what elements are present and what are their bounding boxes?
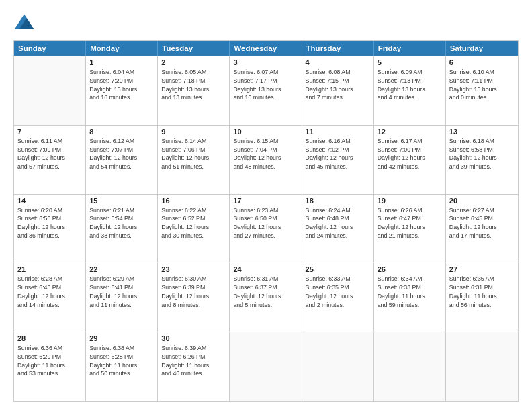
sunrise-text: Sunrise: 6:07 AM (233, 68, 298, 77)
day-cell-3: 3Sunrise: 6:07 AMSunset: 7:17 PMDaylight… (230, 56, 302, 125)
daylight-line1: Daylight: 12 hours (233, 292, 298, 301)
sunset-text: Sunset: 6:56 PM (17, 214, 82, 223)
day-info: Sunrise: 6:15 AMSunset: 7:04 PMDaylight:… (233, 137, 298, 171)
day-number: 26 (378, 265, 442, 273)
sunrise-text: Sunrise: 6:27 AM (449, 206, 515, 215)
day-cell-12: 12Sunrise: 6:17 AMSunset: 7:00 PMDayligh… (374, 126, 446, 194)
sunset-text: Sunset: 6:35 PM (306, 283, 370, 292)
day-info: Sunrise: 6:35 AMSunset: 6:31 PMDaylight:… (449, 275, 515, 309)
daylight-line2: and 10 minutes. (233, 93, 298, 102)
sunset-text: Sunset: 6:45 PM (449, 214, 515, 223)
sunset-text: Sunset: 7:09 PM (17, 146, 82, 154)
daylight-line2: and 36 minutes. (17, 232, 82, 240)
daylight-line1: Daylight: 12 hours (89, 223, 154, 232)
day-cell-10: 10Sunrise: 6:15 AMSunset: 7:04 PMDayligh… (230, 126, 302, 194)
daylight-line2: and 53 minutes. (17, 369, 82, 378)
day-number: 9 (161, 128, 226, 136)
day-info: Sunrise: 6:33 AMSunset: 6:35 PMDaylight:… (306, 275, 370, 309)
sunrise-text: Sunrise: 6:08 AM (306, 68, 370, 77)
daylight-line1: Daylight: 12 hours (161, 292, 226, 301)
sunset-text: Sunset: 7:06 PM (161, 146, 226, 154)
sunset-text: Sunset: 6:58 PM (449, 146, 515, 154)
sunrise-text: Sunrise: 6:30 AM (161, 275, 226, 283)
calendar-week-1: 1Sunrise: 6:04 AMSunset: 7:20 PMDaylight… (14, 56, 518, 125)
sunset-text: Sunset: 6:52 PM (161, 214, 226, 223)
day-number: 1 (89, 58, 154, 66)
daylight-line1: Daylight: 12 hours (161, 154, 226, 163)
day-number: 24 (233, 265, 298, 273)
header-day-monday: Monday (86, 41, 158, 56)
header-day-wednesday: Wednesday (230, 41, 302, 56)
empty-cell (302, 332, 374, 401)
day-number: 17 (233, 197, 298, 205)
daylight-line1: Daylight: 13 hours (161, 85, 226, 94)
day-info: Sunrise: 6:18 AMSunset: 6:58 PMDaylight:… (449, 137, 515, 171)
day-number: 4 (306, 58, 370, 66)
day-number: 3 (233, 58, 298, 66)
day-info: Sunrise: 6:31 AMSunset: 6:37 PMDaylight:… (233, 275, 298, 309)
sunrise-text: Sunrise: 6:11 AM (17, 137, 82, 146)
day-info: Sunrise: 6:14 AMSunset: 7:06 PMDaylight:… (161, 137, 226, 171)
sunrise-text: Sunrise: 6:20 AM (17, 206, 82, 215)
sunrise-text: Sunrise: 6:23 AM (233, 206, 298, 215)
day-number: 27 (449, 265, 515, 273)
sunrise-text: Sunrise: 6:34 AM (378, 275, 442, 283)
day-info: Sunrise: 6:23 AMSunset: 6:50 PMDaylight:… (233, 206, 298, 240)
daylight-line1: Daylight: 11 hours (161, 361, 226, 370)
day-number: 6 (449, 58, 515, 66)
daylight-line2: and 48 minutes. (233, 163, 298, 171)
calendar-week-5: 28Sunrise: 6:36 AMSunset: 6:29 PMDayligh… (14, 332, 518, 401)
calendar-week-4: 21Sunrise: 6:28 AMSunset: 6:43 PMDayligh… (14, 263, 518, 332)
day-info: Sunrise: 6:36 AMSunset: 6:29 PMDaylight:… (17, 344, 82, 378)
sunrise-text: Sunrise: 6:10 AM (449, 68, 515, 77)
day-number: 5 (378, 58, 442, 66)
daylight-line2: and 2 minutes. (306, 301, 370, 310)
daylight-line1: Daylight: 12 hours (306, 154, 370, 163)
day-cell-17: 17Sunrise: 6:23 AMSunset: 6:50 PMDayligh… (230, 195, 302, 263)
day-cell-8: 8Sunrise: 6:12 AMSunset: 7:07 PMDaylight… (86, 126, 158, 194)
daylight-line1: Daylight: 12 hours (89, 154, 154, 163)
sunset-text: Sunset: 6:50 PM (233, 214, 298, 223)
daylight-line1: Daylight: 13 hours (233, 85, 298, 94)
daylight-line2: and 54 minutes. (89, 163, 154, 171)
sunset-text: Sunset: 6:37 PM (233, 283, 298, 292)
daylight-line1: Daylight: 12 hours (378, 223, 442, 232)
header-day-sunday: Sunday (14, 41, 86, 56)
header-day-thursday: Thursday (302, 41, 374, 56)
day-cell-29: 29Sunrise: 6:38 AMSunset: 6:28 PMDayligh… (86, 332, 158, 401)
sunrise-text: Sunrise: 6:36 AM (17, 344, 82, 353)
day-cell-11: 11Sunrise: 6:16 AMSunset: 7:02 PMDayligh… (302, 126, 374, 194)
daylight-line1: Daylight: 12 hours (233, 223, 298, 232)
sunrise-text: Sunrise: 6:18 AM (449, 137, 515, 146)
daylight-line2: and 13 minutes. (161, 93, 226, 102)
empty-cell (446, 332, 518, 401)
sunrise-text: Sunrise: 6:24 AM (306, 206, 370, 215)
sunrise-text: Sunrise: 6:22 AM (161, 206, 226, 215)
empty-cell (230, 332, 302, 401)
day-number: 25 (306, 265, 370, 273)
day-info: Sunrise: 6:08 AMSunset: 7:15 PMDaylight:… (306, 68, 370, 102)
daylight-line1: Daylight: 12 hours (17, 292, 82, 301)
daylight-line2: and 33 minutes. (89, 232, 154, 240)
daylight-line1: Daylight: 12 hours (161, 223, 226, 232)
daylight-line2: and 16 minutes. (89, 93, 154, 102)
calendar-header: SundayMondayTuesdayWednesdayThursdayFrid… (14, 41, 518, 56)
sunrise-text: Sunrise: 6:29 AM (89, 275, 154, 283)
daylight-line1: Daylight: 12 hours (449, 223, 515, 232)
day-number: 23 (161, 265, 226, 273)
sunset-text: Sunset: 6:39 PM (161, 283, 226, 292)
day-info: Sunrise: 6:05 AMSunset: 7:18 PMDaylight:… (161, 68, 226, 102)
day-info: Sunrise: 6:16 AMSunset: 7:02 PMDaylight:… (306, 137, 370, 171)
sunrise-text: Sunrise: 6:21 AM (89, 206, 154, 215)
sunrise-text: Sunrise: 6:28 AM (17, 275, 82, 283)
sunrise-text: Sunrise: 6:35 AM (449, 275, 515, 283)
calendar: SundayMondayTuesdayWednesdayThursdayFrid… (13, 40, 519, 402)
day-number: 16 (161, 197, 226, 205)
day-cell-4: 4Sunrise: 6:08 AMSunset: 7:15 PMDaylight… (302, 56, 374, 125)
day-number: 13 (449, 128, 515, 136)
daylight-line1: Daylight: 11 hours (89, 361, 154, 370)
day-info: Sunrise: 6:10 AMSunset: 7:11 PMDaylight:… (449, 68, 515, 102)
calendar-week-2: 7Sunrise: 6:11 AMSunset: 7:09 PMDaylight… (14, 125, 518, 194)
header-row (13, 12, 519, 34)
day-info: Sunrise: 6:27 AMSunset: 6:45 PMDaylight:… (449, 206, 515, 240)
